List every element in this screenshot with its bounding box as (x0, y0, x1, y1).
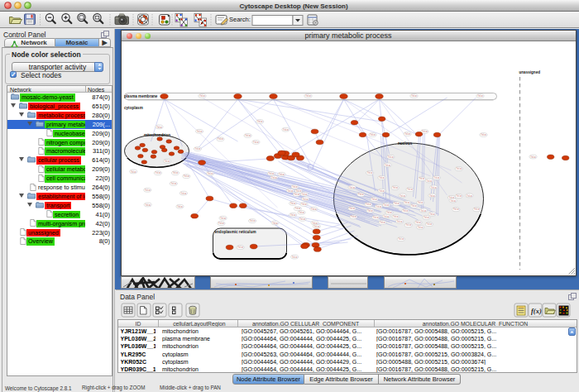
svg-text:Yxl-w: Yxl-w (249, 219, 255, 222)
svg-text:Yxl-w: Yxl-w (290, 213, 295, 217)
svg-text:Yxl-w: Yxl-w (396, 220, 402, 223)
svg-text:Yxl-w: Yxl-w (145, 203, 151, 207)
svg-text:Yxl-w: Yxl-w (294, 207, 300, 210)
svg-text:Yxl-w: Yxl-w (184, 174, 189, 178)
svg-text:Yxl-w: Yxl-w (145, 189, 151, 192)
svg-text:Yxl-w: Yxl-w (290, 202, 295, 205)
svg-text:Yxl-w: Yxl-w (431, 186, 437, 189)
svg-text:Yxl-w: Yxl-w (383, 203, 389, 207)
svg-text:endoplasmic reticulum: endoplasmic reticulum (214, 230, 256, 234)
svg-text:Yxl-w: Yxl-w (196, 130, 202, 133)
svg-text:Yxl-w: Yxl-w (305, 94, 311, 98)
svg-text:Yxl-w: Yxl-w (349, 186, 355, 189)
svg-text:Yxl-w: Yxl-w (311, 208, 317, 211)
svg-text:Yxl-w: Yxl-w (450, 199, 456, 203)
svg-text:Yxl-w: Yxl-w (302, 198, 308, 201)
svg-text:Yxl-w: Yxl-w (417, 201, 423, 204)
svg-text:Yxl-w: Yxl-w (423, 216, 429, 219)
svg-text:Yxl-w: Yxl-w (388, 155, 394, 159)
svg-text:Yxl-w: Yxl-w (177, 205, 183, 208)
svg-text:Yxl-w: Yxl-w (398, 237, 404, 241)
svg-text:Yxl-w: Yxl-w (253, 141, 259, 144)
svg-text:Yxl-w: Yxl-w (367, 209, 373, 213)
svg-text:Yxl-w: Yxl-w (467, 194, 472, 198)
svg-text:Yxl-w: Yxl-w (271, 176, 277, 179)
svg-text:Yxl-w: Yxl-w (268, 172, 274, 175)
svg-text:Search:: Search: (229, 16, 251, 23)
svg-text:Yxl-w: Yxl-w (376, 205, 381, 208)
svg-text:Yxl-w: Yxl-w (155, 171, 160, 174)
svg-text:Yxl-w: Yxl-w (292, 185, 298, 189)
svg-text:Yxl-w: Yxl-w (130, 170, 136, 174)
svg-text:Yxl-w: Yxl-w (194, 147, 200, 151)
svg-text:Yxl-w: Yxl-w (245, 134, 251, 137)
svg-text:Yxl-w: Yxl-w (313, 225, 319, 228)
svg-text:Yxl-w: Yxl-w (404, 201, 409, 204)
svg-text:Yxl-w: Yxl-w (419, 177, 424, 180)
svg-text:Yxl-w: Yxl-w (220, 217, 226, 220)
svg-text:unassigned: unassigned (519, 70, 540, 74)
svg-text:Yxl-w: Yxl-w (453, 208, 459, 211)
svg-text:Yxl-w: Yxl-w (366, 171, 372, 174)
svg-text:Yxl-w: Yxl-w (426, 179, 432, 183)
svg-text:Yxl-w: Yxl-w (433, 176, 439, 179)
svg-text:Yxl-w: Yxl-w (170, 182, 176, 185)
svg-text:Yxl-w: Yxl-w (407, 188, 413, 191)
svg-text:Yxl-w: Yxl-w (373, 216, 379, 219)
svg-text:Yxl-w: Yxl-w (415, 221, 421, 224)
svg-text:Yxl-w: Yxl-w (207, 172, 213, 175)
svg-text:Yxl-w: Yxl-w (272, 222, 278, 225)
svg-text:Yxl-w: Yxl-w (218, 222, 224, 225)
svg-text:Yxl-w: Yxl-w (287, 189, 293, 193)
svg-text:Yxl-w: Yxl-w (256, 120, 262, 123)
svg-text:Yxl-w: Yxl-w (279, 173, 285, 176)
svg-text:Yxl-w: Yxl-w (294, 193, 299, 196)
svg-text:Yxl-w: Yxl-w (164, 160, 170, 163)
svg-text:plasma membrane: plasma membrane (124, 94, 158, 98)
svg-text:Yxl-w: Yxl-w (283, 128, 289, 131)
svg-text:Yxl-w: Yxl-w (392, 186, 398, 189)
svg-text:Yxl-w: Yxl-w (456, 194, 462, 198)
svg-text:Yxl-w: Yxl-w (351, 215, 356, 218)
svg-text:Yxl-w: Yxl-w (370, 133, 376, 136)
svg-text:Yxl-w: Yxl-w (237, 246, 243, 249)
svg-text:Yxl-w: Yxl-w (429, 213, 435, 216)
svg-text:Yxl-w: Yxl-w (405, 223, 411, 227)
svg-text:Yxl-w: Yxl-w (422, 130, 428, 133)
svg-text:Yxl-w: Yxl-w (386, 211, 392, 214)
svg-text:f(x): f(x) (531, 307, 542, 315)
svg-text:mitochondrion: mitochondrion (144, 133, 170, 137)
svg-text:Yxl-w: Yxl-w (411, 94, 417, 98)
svg-text:Yxl-w: Yxl-w (385, 164, 390, 167)
svg-text:Yxl-w: Yxl-w (380, 221, 385, 224)
svg-text:Yxl-w: Yxl-w (299, 218, 305, 221)
svg-text:Yxl-w: Yxl-w (383, 215, 389, 218)
svg-text:Yxl-w: Yxl-w (474, 208, 480, 211)
svg-text:Yxl-w: Yxl-w (481, 133, 486, 136)
svg-text:Yxl-w: Yxl-w (393, 215, 399, 218)
svg-text:Yxl-w: Yxl-w (156, 126, 162, 129)
svg-text:Yxl-w: Yxl-w (530, 155, 536, 159)
svg-text:Yxl-w: Yxl-w (172, 171, 178, 174)
svg-text:Yxl-w: Yxl-w (199, 94, 205, 98)
svg-text:Yxl-w: Yxl-w (379, 189, 385, 193)
svg-text:Yxl-w: Yxl-w (218, 137, 223, 141)
svg-text:Yxl-w: Yxl-w (477, 94, 483, 98)
svg-text:Yxl-w: Yxl-w (400, 194, 405, 198)
svg-text:cytoplasm: cytoplasm (124, 106, 143, 110)
svg-text:Yxl-w: Yxl-w (291, 256, 297, 259)
svg-text:Yxl-w: Yxl-w (404, 132, 410, 136)
svg-text:Yxl-w: Yxl-w (349, 207, 355, 210)
svg-text:Yxl-w: Yxl-w (301, 203, 307, 206)
svg-text:Yxl-w: Yxl-w (379, 176, 385, 179)
svg-text:Yxl-w: Yxl-w (358, 193, 364, 196)
svg-text:Yxl-w: Yxl-w (426, 222, 432, 226)
svg-text:Yxl-w: Yxl-w (301, 193, 307, 196)
svg-text:Yxl-w: Yxl-w (417, 226, 423, 229)
svg-text:Yxl-w: Yxl-w (420, 209, 426, 213)
svg-text:Yxl-w: Yxl-w (429, 194, 435, 198)
svg-text:Yxl-w: Yxl-w (411, 204, 417, 208)
svg-text:Yxl-w: Yxl-w (371, 198, 377, 201)
svg-text:Yxl-w: Yxl-w (180, 192, 186, 195)
svg-text:Yxl-w: Yxl-w (394, 202, 400, 205)
